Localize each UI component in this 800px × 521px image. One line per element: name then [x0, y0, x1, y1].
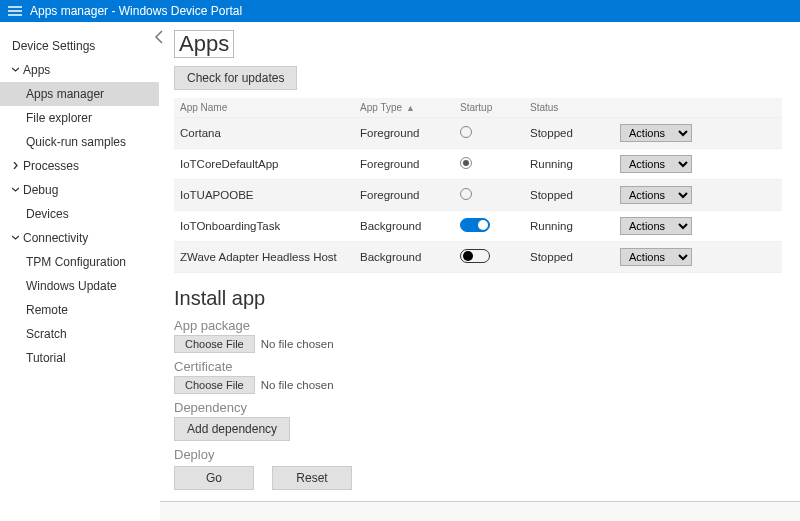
app-type-cell: Background	[354, 211, 454, 242]
startup-cell	[454, 211, 524, 242]
app-name-cell: Cortana	[174, 118, 354, 149]
chevron-down-icon	[12, 186, 19, 193]
sidebar-item-label: Apps	[23, 63, 50, 77]
check-updates-button[interactable]: Check for updates	[174, 66, 297, 90]
actions-select[interactable]: Actions	[620, 124, 692, 142]
status-cell: Stopped	[524, 118, 614, 149]
app-name-cell: IoTOnboardingTask	[174, 211, 354, 242]
sidebar-item-connectivity[interactable]: Connectivity	[0, 226, 159, 250]
sidebar-item-label: Tutorial	[26, 351, 66, 365]
sidebar-item-label: Remote	[26, 303, 68, 317]
startup-radio[interactable]	[460, 126, 472, 138]
install-app-heading: Install app	[174, 287, 776, 310]
sidebar-item-label: Apps manager	[26, 87, 104, 101]
hamburger-icon[interactable]	[8, 5, 22, 17]
startup-cell	[454, 242, 524, 273]
window-titlebar: Apps manager - Windows Device Portal	[0, 0, 800, 22]
sidebar-item-label: Windows Update	[26, 279, 117, 293]
sidebar-item-label: TPM Configuration	[26, 255, 126, 269]
sidebar-item-win-update[interactable]: Windows Update	[0, 274, 159, 298]
app-name-cell: ZWave Adapter Headless Host	[174, 242, 354, 273]
choose-file-certificate-button[interactable]: Choose File	[174, 376, 255, 394]
startup-cell	[454, 118, 524, 149]
titlebar-text: Apps manager - Windows Device Portal	[30, 4, 242, 18]
back-icon[interactable]	[154, 30, 164, 47]
chevron-down-icon	[12, 234, 19, 241]
status-cell: Stopped	[524, 180, 614, 211]
add-dependency-button[interactable]: Add dependency	[174, 417, 290, 441]
actions-select[interactable]: Actions	[620, 248, 692, 266]
actions-select[interactable]: Actions	[620, 186, 692, 204]
certificate-label: Certificate	[174, 359, 776, 374]
status-cell: Running	[524, 211, 614, 242]
go-button[interactable]: Go	[174, 466, 254, 490]
sidebar-item-label: Scratch	[26, 327, 67, 341]
sidebar-item-tutorial[interactable]: Tutorial	[0, 346, 159, 370]
sidebar-item-label: Debug	[23, 183, 58, 197]
startup-toggle[interactable]	[460, 249, 490, 263]
page-title: Apps	[174, 30, 234, 58]
app-type-cell: Foreground	[354, 180, 454, 211]
sidebar-item-apps-manager[interactable]: Apps manager	[0, 82, 159, 106]
startup-radio[interactable]	[460, 188, 472, 200]
sidebar-item-label: Quick-run samples	[26, 135, 126, 149]
col-app-type[interactable]: App Type▲	[354, 98, 454, 118]
sidebar-item-file-explorer[interactable]: File explorer	[0, 106, 159, 130]
startup-cell	[454, 149, 524, 180]
actions-select[interactable]: Actions	[620, 155, 692, 173]
col-startup[interactable]: Startup	[454, 98, 524, 118]
status-cell: Running	[524, 149, 614, 180]
certificate-file-status: No file chosen	[261, 379, 334, 391]
main-content: Apps Check for updates App Name App Type…	[160, 22, 800, 521]
sidebar-item-label: File explorer	[26, 111, 92, 125]
sidebar-item-quick-run-samples[interactable]: Quick-run samples	[0, 130, 159, 154]
sidebar: Device SettingsAppsApps managerFile expl…	[0, 22, 160, 521]
sidebar-item-label: Connectivity	[23, 231, 88, 245]
col-app-name[interactable]: App Name	[174, 98, 354, 118]
sidebar-item-label: Devices	[26, 207, 69, 221]
table-row: CortanaForegroundStoppedActions	[174, 118, 782, 149]
startup-cell	[454, 180, 524, 211]
status-bar	[160, 501, 800, 521]
actions-select[interactable]: Actions	[620, 217, 692, 235]
col-status[interactable]: Status	[524, 98, 614, 118]
sidebar-item-device-settings[interactable]: Device Settings	[0, 34, 159, 58]
app-name-cell: IoTCoreDefaultApp	[174, 149, 354, 180]
table-row: ZWave Adapter Headless HostBackgroundSto…	[174, 242, 782, 273]
app-type-cell: Foreground	[354, 149, 454, 180]
chevron-down-icon	[12, 66, 19, 73]
app-package-label: App package	[174, 318, 776, 333]
table-row: IoTCoreDefaultAppForegroundRunningAction…	[174, 149, 782, 180]
package-file-status: No file chosen	[261, 338, 334, 350]
status-cell: Stopped	[524, 242, 614, 273]
sidebar-item-label: Device Settings	[12, 39, 95, 53]
sidebar-item-label: Processes	[23, 159, 79, 173]
sidebar-item-remote[interactable]: Remote	[0, 298, 159, 322]
startup-toggle[interactable]	[460, 218, 490, 232]
deploy-label: Deploy	[174, 447, 776, 462]
app-type-cell: Background	[354, 242, 454, 273]
dependency-label: Dependency	[174, 400, 776, 415]
app-name-cell: IoTUAPOOBE	[174, 180, 354, 211]
apps-table: App Name App Type▲ Startup Status Cortan…	[174, 98, 782, 273]
sidebar-item-apps[interactable]: Apps	[0, 58, 159, 82]
sidebar-item-devices[interactable]: Devices	[0, 202, 159, 226]
sidebar-item-processes[interactable]: Processes	[0, 154, 159, 178]
choose-file-package-button[interactable]: Choose File	[174, 335, 255, 353]
reset-button[interactable]: Reset	[272, 466, 352, 490]
startup-radio[interactable]	[460, 157, 472, 169]
sort-asc-icon: ▲	[406, 103, 415, 113]
sidebar-item-scratch[interactable]: Scratch	[0, 322, 159, 346]
table-row: IoTOnboardingTaskBackgroundRunningAction…	[174, 211, 782, 242]
table-row: IoTUAPOOBEForegroundStoppedActions	[174, 180, 782, 211]
sidebar-item-debug[interactable]: Debug	[0, 178, 159, 202]
app-type-cell: Foreground	[354, 118, 454, 149]
chevron-right-icon	[12, 162, 19, 169]
sidebar-item-tpm[interactable]: TPM Configuration	[0, 250, 159, 274]
